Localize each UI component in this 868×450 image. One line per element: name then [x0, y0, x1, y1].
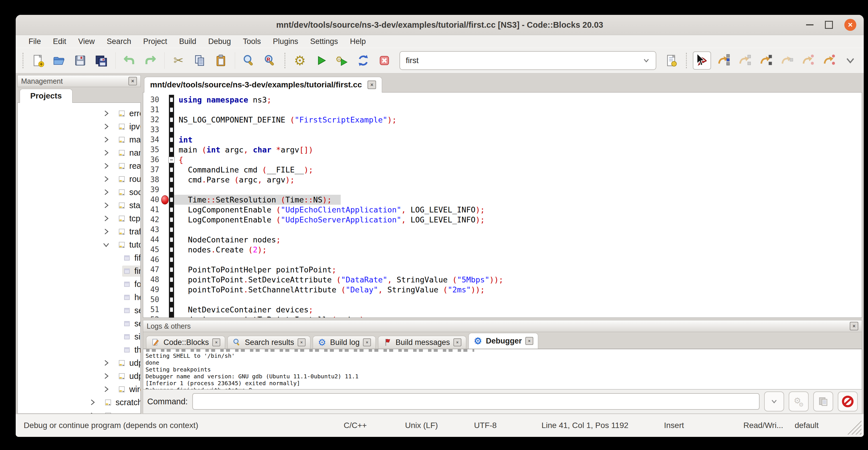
editor-tab-first-cc[interactable]: mnt/dev/tools/source/ns-3-dev/examples/t… [144, 77, 382, 92]
breakpoint-margin[interactable] [161, 155, 169, 165]
tree-item-fir[interactable]: fir [18, 264, 141, 277]
cut-button[interactable]: ✂ [170, 52, 187, 69]
chevron-right-icon[interactable] [102, 109, 110, 117]
tree-item-tcp[interactable]: tcp [18, 212, 141, 225]
log-tab-build-log[interactable]: ⚙Build log× [313, 336, 376, 349]
breakpoint-margin[interactable] [161, 105, 169, 115]
tree-item-fo[interactable]: fo [18, 277, 141, 291]
code-line-35[interactable]: 35main (int argc, char *argv[]) [143, 145, 862, 155]
save-file-button[interactable] [72, 52, 89, 69]
tree-item-rout[interactable]: rout [18, 173, 141, 186]
chevron-right-icon[interactable] [102, 201, 110, 209]
menu-edit[interactable]: Edit [47, 35, 72, 48]
step-into-instruction-button[interactable] [820, 51, 838, 68]
chevron-down-icon[interactable] [102, 241, 110, 249]
code-line-41[interactable]: 41 LogComponentEnable ("UdpEchoClientApp… [143, 205, 862, 215]
tree-item-erro[interactable]: erro [18, 107, 141, 120]
breakpoint-icon[interactable] [161, 195, 168, 205]
redo-button[interactable] [142, 52, 159, 69]
stop-debugger-button[interactable] [838, 391, 858, 412]
tree-item-src[interactable]: src [18, 409, 141, 414]
undo-button[interactable] [121, 52, 138, 69]
breakpoint-margin[interactable] [161, 95, 169, 105]
menu-view[interactable]: View [72, 35, 101, 48]
chevron-right-icon[interactable] [102, 385, 110, 393]
tab-projects[interactable]: Projects [20, 89, 72, 103]
open-file-button[interactable] [51, 52, 68, 69]
breakpoint-margin[interactable] [161, 225, 169, 235]
tree-item-sock[interactable]: sock [18, 186, 141, 199]
menu-debug[interactable]: Debug [202, 35, 237, 48]
chevron-right-icon[interactable] [89, 398, 96, 406]
rebuild-button[interactable] [355, 52, 372, 69]
debug-toolbar-expand-button[interactable] [842, 52, 859, 69]
chevron-right-icon[interactable] [102, 214, 110, 222]
code-line-44[interactable]: 44 NodeContainer nodes; [143, 235, 862, 245]
breakpoint-margin[interactable] [161, 314, 169, 318]
chevron-right-icon[interactable] [102, 136, 110, 144]
management-caption[interactable]: Management × [18, 75, 141, 87]
tree-item-ipv6[interactable]: ipv6 [18, 120, 141, 133]
step-out-button[interactable] [778, 51, 796, 68]
close-icon[interactable]: × [363, 338, 371, 347]
code-line-33[interactable]: 33 [143, 125, 862, 135]
code-line-47[interactable]: 47 PointToPointHelper pointToPoint; [143, 265, 862, 275]
breakpoint-margin[interactable] [161, 195, 169, 205]
breakpoint-margin[interactable] [161, 235, 169, 245]
save-all-button[interactable] [93, 52, 110, 69]
code-line-34[interactable]: 34int [143, 135, 862, 145]
code-line-31[interactable]: 31 [143, 105, 862, 115]
logs-caption[interactable]: Logs & others × [143, 320, 862, 332]
code-line-52[interactable]: 52 devices = pointToPoint.Install (nodes… [143, 314, 862, 318]
chevron-right-icon[interactable] [102, 228, 110, 236]
code-line-51[interactable]: 51 NetDeviceContainer devices; [143, 305, 862, 314]
maximize-button[interactable] [825, 21, 833, 29]
code-line-38[interactable]: 38 cmd.Parse (argc, argv); [143, 175, 862, 185]
tree-item-se[interactable]: se [18, 304, 141, 317]
project-tree[interactable]: erroipv6matnamreallroutsockstattcptrafft… [18, 102, 141, 414]
code-line-39[interactable]: 39 [143, 185, 862, 195]
tree-item-traff[interactable]: traff [18, 225, 141, 238]
find-button[interactable] [240, 52, 257, 69]
log-tab-code-blocks[interactable]: Code::Blocks× [146, 336, 225, 349]
titlebar[interactable]: mnt/dev/tools/source/ns-3-dev/examples/t… [16, 15, 864, 35]
chevron-right-icon[interactable] [102, 175, 110, 183]
close-button[interactable]: × [844, 19, 856, 31]
code-line-40[interactable]: 40 Time::SetResolution (Time::NS); [143, 195, 862, 205]
breakpoint-margin[interactable] [161, 165, 169, 175]
menu-tools[interactable]: Tools [237, 35, 267, 48]
command-input[interactable] [192, 393, 760, 410]
code-line-50[interactable]: 50 [143, 295, 862, 305]
debugger-settings-button[interactable]: ⚙ ⚙ [789, 391, 809, 412]
breakpoint-margin[interactable] [161, 205, 169, 215]
tree-item-reall[interactable]: reall [18, 159, 141, 173]
breakpoint-margin[interactable] [161, 185, 169, 195]
debugger-log-output[interactable]: Setting SHELL to '/bin/sh'doneSetting br… [143, 349, 862, 389]
paste-button[interactable] [212, 52, 229, 69]
menu-project[interactable]: Project [137, 35, 173, 48]
code-line-45[interactable]: 45 nodes.Create (2); [143, 245, 862, 255]
fold-marker-icon[interactable] [168, 157, 175, 163]
close-icon[interactable]: × [454, 338, 461, 347]
code-line-42[interactable]: 42 LogComponentEnable ("UdpEchoServerApp… [143, 215, 862, 225]
log-tab-search-results[interactable]: Search results× [227, 336, 310, 349]
breakpoint-margin[interactable] [161, 125, 169, 135]
breakpoint-margin[interactable] [161, 215, 169, 225]
debug-continue-button[interactable] [693, 51, 711, 70]
code-line-37[interactable]: 37 CommandLine cmd (__FILE__); [143, 165, 862, 175]
code-line-36[interactable]: 36{ [143, 155, 862, 165]
abort-build-button[interactable] [376, 52, 393, 69]
breakpoint-margin[interactable] [161, 245, 169, 255]
build-and-run-button[interactable]: ⚙ [334, 52, 351, 69]
code-line-32[interactable]: 32NS_LOG_COMPONENT_DEFINE ("FirstScriptE… [143, 115, 862, 125]
breakpoint-margin[interactable] [161, 275, 169, 285]
chevron-right-icon[interactable] [102, 188, 110, 196]
code-line-30[interactable]: 30using namespace ns3; [143, 95, 862, 105]
chevron-right-icon[interactable] [102, 149, 110, 157]
tree-item-six[interactable]: six [18, 330, 141, 343]
breakpoint-margin[interactable] [161, 115, 169, 125]
tree-item-th[interactable]: th [18, 343, 141, 356]
build-button[interactable]: ⚙ [291, 52, 308, 69]
toolbar-grip[interactable] [23, 53, 23, 68]
close-icon[interactable]: × [850, 322, 858, 330]
